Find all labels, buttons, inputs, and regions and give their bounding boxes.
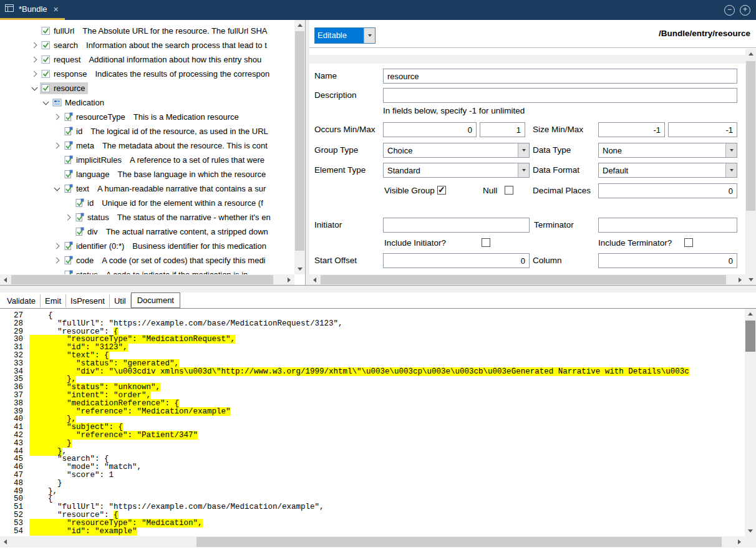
- scroll-down-button[interactable]: [745, 526, 755, 536]
- document-line[interactable]: 42 "reference": "Patient/347": [0, 432, 745, 440]
- scroll-right-button[interactable]: [284, 274, 294, 285]
- scroll-right-button[interactable]: [735, 274, 745, 285]
- name-input[interactable]: [383, 69, 737, 84]
- description-input[interactable]: [383, 88, 737, 103]
- tree-item-status[interactable]: statusA code to indicate if the medicati…: [0, 268, 294, 274]
- tree-item-code[interactable]: codeA code (or set of codes) that specif…: [0, 253, 294, 268]
- scroll-left-button[interactable]: [0, 274, 11, 285]
- scroll-left-button[interactable]: [0, 536, 11, 547]
- document-line[interactable]: 54 "id": "example": [0, 528, 745, 536]
- expand-circle-button[interactable]: +: [740, 5, 750, 16]
- initiator-input[interactable]: [383, 218, 530, 233]
- tab-util[interactable]: Util: [110, 294, 131, 307]
- document-line[interactable]: 47 "score": 1: [0, 471, 745, 480]
- json-document-view[interactable]: 27 {28 "fullUrl": "https://example.com/b…: [0, 309, 745, 536]
- tree-item-fullurl[interactable]: fullUrlThe Absolute URL for the resource…: [0, 24, 294, 38]
- document-line[interactable]: 48 }: [0, 480, 745, 488]
- tree-item-id[interactable]: idUnique id for the element within a res…: [0, 196, 294, 210]
- decimal-places-input[interactable]: [598, 183, 737, 198]
- chevron-down-icon[interactable]: [29, 87, 40, 90]
- document-line[interactable]: 49 },: [0, 488, 745, 496]
- horizontal-splitter[interactable]: [0, 286, 756, 292]
- form-horizontal-scrollbar[interactable]: [309, 274, 745, 285]
- tree-item-language[interactable]: languageThe base language in which the r…: [0, 167, 294, 181]
- document-line[interactable]: 33 "status": "generated",: [0, 360, 745, 368]
- chevron-down-icon[interactable]: [52, 188, 62, 190]
- bundle-document-tab[interactable]: *Bundle ×: [0, 0, 65, 20]
- terminator-input[interactable]: [598, 218, 737, 233]
- chevron-right-icon[interactable]: [52, 143, 62, 148]
- tab-emit[interactable]: Emit: [41, 294, 66, 307]
- tree-item-request[interactable]: requestAdditional information about how …: [0, 52, 294, 67]
- scroll-left-button[interactable]: [309, 274, 320, 285]
- chevron-down-icon[interactable]: [41, 102, 51, 104]
- tree-vertical-scrollbar[interactable]: [294, 20, 305, 274]
- column-input[interactable]: [598, 253, 737, 268]
- chevron-right-icon[interactable]: [52, 258, 62, 263]
- tree-item-identifier-0[interactable]: identifier (0:*)Business identifier for …: [0, 239, 294, 253]
- visible-group-checkbox[interactable]: [437, 186, 446, 195]
- chevron-right-icon[interactable]: [29, 72, 40, 76]
- scroll-down-button[interactable]: [745, 274, 756, 285]
- form-vertical-scrollbar[interactable]: [745, 49, 756, 285]
- tree-item-response[interactable]: responseIndicates the results of process…: [0, 67, 294, 81]
- document-line[interactable]: 44 },: [0, 448, 745, 456]
- start-offset-input[interactable]: [383, 253, 530, 268]
- data-format-dropdown[interactable]: Default: [598, 163, 737, 178]
- tree-item-resourcetype[interactable]: resourceTypeThis is a Medication resourc…: [0, 110, 294, 124]
- chevron-right-icon[interactable]: [29, 57, 40, 62]
- element-type-dropdown[interactable]: Standard: [383, 163, 530, 178]
- scroll-up-button[interactable]: [294, 20, 305, 31]
- scrollbar-thumb[interactable]: [196, 537, 722, 547]
- chevron-right-icon[interactable]: [52, 244, 62, 248]
- document-line[interactable]: 31 "id": "3123",: [0, 344, 745, 352]
- mode-dropdown[interactable]: Editable: [314, 27, 376, 44]
- scrollbar-thumb[interactable]: [746, 61, 755, 211]
- document-vertical-scrollbar[interactable]: [745, 309, 756, 536]
- tab-validate[interactable]: Validate: [2, 294, 41, 307]
- scroll-right-button[interactable]: [734, 536, 745, 547]
- include-initiator-checkbox[interactable]: [482, 238, 490, 247]
- tree-horizontal-scrollbar[interactable]: [0, 274, 294, 285]
- scroll-up-button[interactable]: [745, 49, 756, 59]
- occurs-max-input[interactable]: [480, 122, 525, 137]
- size-min-input[interactable]: [598, 122, 665, 137]
- chevron-right-icon[interactable]: [52, 115, 62, 119]
- chevron-right-icon[interactable]: [29, 43, 40, 47]
- document-line[interactable]: 34 "div": "\u003cdiv xmlns\u003d\"http:/…: [0, 368, 745, 376]
- scrollbar-thumb[interactable]: [295, 31, 304, 251]
- null-checkbox[interactable]: [505, 186, 513, 195]
- tree-item-text[interactable]: textA human-readable narrative that cont…: [0, 181, 294, 196]
- tree-item-search[interactable]: searchInformation about the search proce…: [0, 38, 294, 52]
- group-type-dropdown[interactable]: Choice: [383, 143, 530, 158]
- tree-item-div[interactable]: divThe actual narrative content, a strip…: [0, 224, 294, 239]
- tab-document[interactable]: Document: [131, 292, 180, 308]
- data-type-dropdown[interactable]: None: [598, 143, 737, 158]
- scroll-up-button[interactable]: [745, 309, 755, 319]
- document-line[interactable]: 32 "text": {: [0, 352, 745, 360]
- scrollbar-thumb[interactable]: [745, 321, 755, 352]
- tree-item-meta[interactable]: metaThe metadata about the resource. Thi…: [0, 138, 294, 153]
- document-line[interactable]: 39 "reference": "Medication/example": [0, 408, 745, 416]
- chevron-down-icon[interactable]: [364, 28, 375, 43]
- tree-item-id[interactable]: idThe logical id of the resource, as use…: [0, 124, 294, 138]
- document-line[interactable]: 53 "resourceType": "Medication",: [0, 519, 745, 528]
- document-line[interactable]: 37 "intent": "order",: [0, 392, 745, 400]
- size-max-input[interactable]: [668, 122, 737, 137]
- close-tab-icon[interactable]: ×: [54, 4, 59, 14]
- occurs-min-input[interactable]: [383, 122, 477, 137]
- document-line[interactable]: 38 "medicationReference": {: [0, 400, 745, 408]
- tree-item-medication[interactable]: Medication: [0, 95, 294, 110]
- tree-item-resource[interactable]: resource: [0, 81, 294, 95]
- tree-item-implicitrules[interactable]: implicitRulesA reference to a set of rul…: [0, 153, 294, 167]
- tab-ispresent[interactable]: IsPresent: [66, 294, 110, 307]
- scrollbar-thumb[interactable]: [321, 275, 726, 284]
- tree-item-status[interactable]: statusThe status of the narrative - whet…: [0, 210, 294, 224]
- include-terminator-checkbox[interactable]: [684, 238, 693, 247]
- collapse-circle-button[interactable]: −: [724, 5, 735, 16]
- document-line[interactable]: 52 "resource": {: [0, 511, 745, 519]
- document-line[interactable]: 43 }: [0, 440, 745, 448]
- chevron-right-icon[interactable]: [63, 215, 74, 220]
- scroll-down-button[interactable]: [294, 264, 305, 274]
- scrollbar-thumb[interactable]: [11, 275, 273, 284]
